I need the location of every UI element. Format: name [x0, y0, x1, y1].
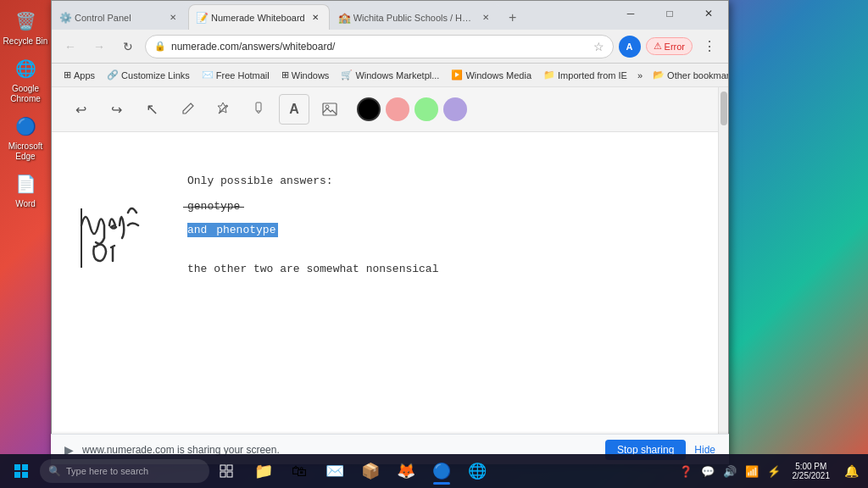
- taskbar-system-area: ❓ 💬 🔊 📶 ⚡ 5:00 PM 2/25/2021 🔔: [676, 456, 865, 486]
- taskbar-app-file-explorer[interactable]: 📁: [247, 456, 281, 486]
- bookmark-hotmail[interactable]: ✉️ Free Hotmail: [197, 68, 275, 82]
- tab-wichita-close[interactable]: ✕: [479, 11, 492, 25]
- bookmark-imported-ie[interactable]: 📁 Imported from IE: [538, 68, 632, 82]
- scroll-thumb[interactable]: [721, 92, 727, 125]
- whiteboard-canvas[interactable]: Only possible answers: genotype: [52, 132, 718, 463]
- brush-icon: [251, 102, 266, 117]
- genotype-answer: genotype: [187, 197, 240, 213]
- back-button[interactable]: ←: [58, 35, 82, 58]
- pen-tool-button[interactable]: [172, 94, 203, 125]
- battery-icon[interactable]: ⚡: [764, 456, 784, 486]
- phenotype-answer: and phenotype: [187, 221, 438, 236]
- tab-wichita[interactable]: 🏫 Wichita Public Schools / Homep... ✕: [331, 4, 500, 30]
- brush-button[interactable]: [243, 94, 274, 125]
- windows-favicon: ⊞: [281, 69, 289, 80]
- error-icon: ⚠: [654, 41, 662, 52]
- start-button[interactable]: [4, 456, 38, 486]
- edge-desktop-icon: 🔵: [12, 113, 39, 140]
- other-bookmarks-icon: 📂: [653, 69, 665, 80]
- text-tool-button[interactable]: A: [279, 94, 309, 125]
- message-icon[interactable]: 💬: [698, 456, 718, 486]
- svg-rect-1: [256, 103, 261, 111]
- svg-rect-8: [22, 472, 28, 478]
- whiteboard-toolbar: ↩ ↪ ↖: [52, 87, 718, 132]
- strikethrough-line: [183, 207, 244, 208]
- help-icon[interactable]: ❓: [676, 456, 696, 486]
- taskbar-app-dropbox[interactable]: 📦: [353, 456, 387, 486]
- refresh-button[interactable]: ↻: [116, 35, 140, 58]
- desktop-icon-word[interactable]: 📄 Word: [1, 167, 50, 213]
- genotype-wrapper: genotype: [187, 200, 240, 213]
- bookmark-ie-label: Imported from IE: [558, 70, 627, 80]
- tab-control-panel-title: Control Panel: [75, 13, 163, 23]
- image-tool-button[interactable]: [314, 94, 345, 125]
- bookmark-apps-label: Apps: [74, 70, 95, 80]
- taskbar-app-store[interactable]: 🛍: [282, 456, 316, 486]
- other-bookmarks-button[interactable]: 📂 Other bookmarks: [648, 68, 728, 82]
- svg-rect-7: [14, 472, 20, 478]
- close-button[interactable]: ✕: [689, 1, 728, 26]
- taskbar-app-mail[interactable]: ✉️: [318, 456, 352, 486]
- edge-desktop-label: Microsoft Edge: [3, 141, 48, 162]
- error-button[interactable]: ⚠ Error: [646, 37, 693, 55]
- svg-rect-9: [220, 465, 225, 470]
- taskbar-app-firefox[interactable]: 🦊: [389, 456, 423, 486]
- bookmarks-overflow-button[interactable]: »: [634, 69, 646, 82]
- bookmark-windows-marketplace[interactable]: 🛒 Windows Marketpl...: [336, 68, 444, 82]
- search-input[interactable]: [66, 466, 201, 476]
- desktop-icon-edge[interactable]: 🔵 Microsoft Edge: [1, 109, 50, 165]
- tools-button[interactable]: [208, 94, 238, 125]
- taskbar-search[interactable]: 🔍: [40, 459, 209, 483]
- word-desktop-label: Word: [15, 199, 36, 209]
- media-favicon: ▶️: [451, 69, 463, 80]
- bookmark-windows[interactable]: ⊞ Windows: [276, 68, 335, 82]
- image-icon: [321, 101, 338, 118]
- bookmark-customize-label: Customize Links: [121, 70, 190, 80]
- color-purple[interactable]: [443, 97, 467, 121]
- browser-window: ⚙️ Control Panel ✕ 📝 Numerade Whiteboard…: [51, 0, 729, 464]
- tab-wichita-favicon: 🏫: [338, 12, 350, 24]
- scrollbar[interactable]: [718, 87, 728, 463]
- bookmark-windows-media[interactable]: ▶️ Windows Media: [446, 68, 537, 82]
- minimize-button[interactable]: ─: [611, 1, 650, 26]
- marketplace-favicon: 🛒: [341, 69, 353, 80]
- tools-icon: [215, 102, 231, 117]
- svg-rect-12: [227, 472, 232, 477]
- desktop-icons: 🗑️ Recycle Bin 🌐 Google Chrome 🔵 Microso…: [0, 0, 51, 213]
- color-pink[interactable]: [386, 97, 409, 121]
- task-view-button[interactable]: [211, 456, 242, 486]
- nonsensical-text: the other two are somewhat nonsensical: [187, 263, 438, 275]
- clock-time: 5:00 PM: [795, 462, 826, 471]
- system-clock[interactable]: 5:00 PM 2/25/2021: [786, 456, 837, 486]
- bookmark-star-icon[interactable]: ☆: [593, 40, 604, 53]
- color-green[interactable]: [415, 97, 438, 121]
- redo-button[interactable]: ↪: [101, 94, 131, 125]
- forward-button[interactable]: →: [87, 35, 111, 58]
- bookmark-apps[interactable]: ⊞ Apps: [58, 68, 100, 82]
- tab-numerade-whiteboard[interactable]: 📝 Numerade Whiteboard ✕: [188, 4, 330, 30]
- undo-button[interactable]: ↩: [65, 94, 96, 125]
- svg-rect-10: [227, 465, 232, 470]
- select-tool-button[interactable]: ↖: [136, 94, 167, 125]
- new-tab-button[interactable]: +: [501, 6, 525, 30]
- desktop-icon-recycle-bin[interactable]: 🗑️ Recycle Bin: [1, 4, 50, 50]
- word-desktop-icon: 📄: [12, 170, 39, 197]
- url-bar[interactable]: 🔒 numerade.com/answers/whiteboard/ ☆: [145, 35, 614, 58]
- taskbar-app-edge[interactable]: 🔵: [425, 456, 459, 486]
- profile-button[interactable]: A: [619, 36, 641, 58]
- maximize-button[interactable]: □: [650, 1, 689, 26]
- whiteboard-text-content: Only possible answers: genotype: [187, 175, 438, 275]
- desktop-icon-chrome[interactable]: 🌐 Google Chrome: [1, 52, 50, 108]
- tab-control-panel[interactable]: ⚙️ Control Panel ✕: [52, 4, 187, 30]
- volume-icon[interactable]: 🔊: [720, 456, 740, 486]
- search-icon: 🔍: [48, 465, 61, 477]
- color-black[interactable]: [357, 97, 381, 121]
- browser-menu-button[interactable]: ⋮: [698, 35, 721, 58]
- tab-control-panel-close[interactable]: ✕: [166, 11, 180, 25]
- bookmark-customize-links[interactable]: 🔗 Customize Links: [102, 68, 195, 82]
- tab-numerade-close[interactable]: ✕: [309, 11, 322, 25]
- network-icon[interactable]: 📶: [742, 456, 762, 486]
- svg-rect-2: [323, 103, 337, 115]
- taskbar-app-chrome[interactable]: 🌐: [460, 456, 494, 486]
- notification-button[interactable]: 🔔: [838, 456, 864, 486]
